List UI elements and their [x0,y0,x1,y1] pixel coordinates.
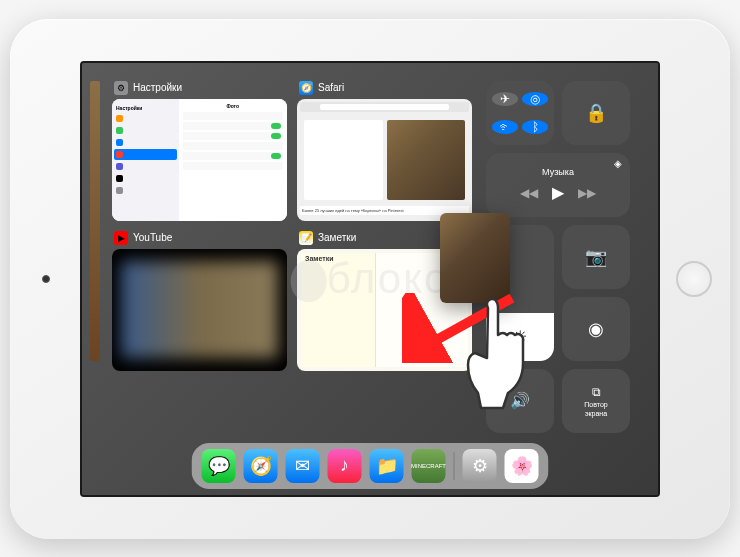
dock-minecraft-icon[interactable]: MINECRAFT [412,449,446,483]
wifi-toggle[interactable]: ᯤ [492,120,518,134]
airplane-toggle[interactable]: ✈ [492,92,518,106]
connectivity-module: ✈ ◎ ᯤ ᛒ [486,81,554,145]
airplay-audio-icon[interactable]: ◈ [614,158,622,169]
app-card-sliver[interactable] [90,81,100,361]
dock-safari-icon[interactable]: 🧭 [244,449,278,483]
dragged-image-thumbnail[interactable] [440,213,510,303]
camera-button[interactable]: 📷 [562,225,630,289]
dock-settings-icon[interactable]: ⚙ [463,449,497,483]
music-label: Музыка [542,167,574,177]
safari-icon: 🧭 [299,81,313,95]
play-button[interactable]: ▶ [552,183,564,202]
app-header: ▶ YouTube [112,231,287,245]
app-title-label: Safari [318,82,344,93]
ipad-device-frame: блоко ⚙ Настройки Настройки [10,19,730,539]
app-header: 🧭 Safari [297,81,472,95]
app-cards-grid: ⚙ Настройки Настройки [112,81,472,495]
app-card-safari[interactable]: 🧭 Safari Более 25 лучших идей на тему «К… [297,81,472,221]
airdrop-toggle[interactable]: ◎ [522,92,548,106]
app-card-youtube[interactable]: ▶ YouTube [112,231,287,371]
home-button[interactable] [676,261,712,297]
app-title-label: Настройки [133,82,182,93]
youtube-icon: ▶ [114,231,128,245]
ipad-screen: блоко ⚙ Настройки Настройки [80,61,660,497]
dock-photos-icon[interactable]: 🌸 [505,449,539,483]
next-track-button[interactable]: ▶▶ [578,186,596,200]
screen-mirror-button[interactable]: ⧉ Повтор экрана [562,369,630,433]
app-title-label: Заметки [318,232,356,243]
app-header: ⚙ Настройки [112,81,287,95]
safari-preview: Более 25 лучших идей на тему «Картины» н… [297,99,472,221]
settings-preview: Настройки Фото [112,99,287,221]
music-controls: ◀◀ ▶ ▶▶ [520,183,596,202]
prev-track-button[interactable]: ◀◀ [520,186,538,200]
app-title-label: YouTube [133,232,172,243]
app-card-settings[interactable]: ⚙ Настройки Настройки [112,81,287,221]
dock-files-icon[interactable]: 📁 [370,449,404,483]
dock-mail-icon[interactable]: ✉ [286,449,320,483]
youtube-preview [112,249,287,371]
dock-messages-icon[interactable]: 💬 [202,449,236,483]
music-module[interactable]: ◈ Музыка ◀◀ ▶ ▶▶ [486,153,630,217]
settings-icon: ⚙ [114,81,128,95]
bluetooth-toggle[interactable]: ᛒ [522,120,548,134]
dock: 💬 🧭 ✉ ♪ 📁 MINECRAFT ⚙ 🌸 [192,443,549,489]
dock-separator [454,452,455,480]
dock-music-icon[interactable]: ♪ [328,449,362,483]
screen-record-button[interactable]: ◉ [562,297,630,361]
cards-area: ⚙ Настройки Настройки [90,81,650,495]
rotation-lock-toggle[interactable]: 🔒 [562,81,630,145]
notes-icon: 📝 [299,231,313,245]
volume-slider-2[interactable]: 🔊 [486,369,554,433]
app-switcher-view: блоко ⚙ Настройки Настройки [82,63,658,495]
front-camera [42,275,50,283]
